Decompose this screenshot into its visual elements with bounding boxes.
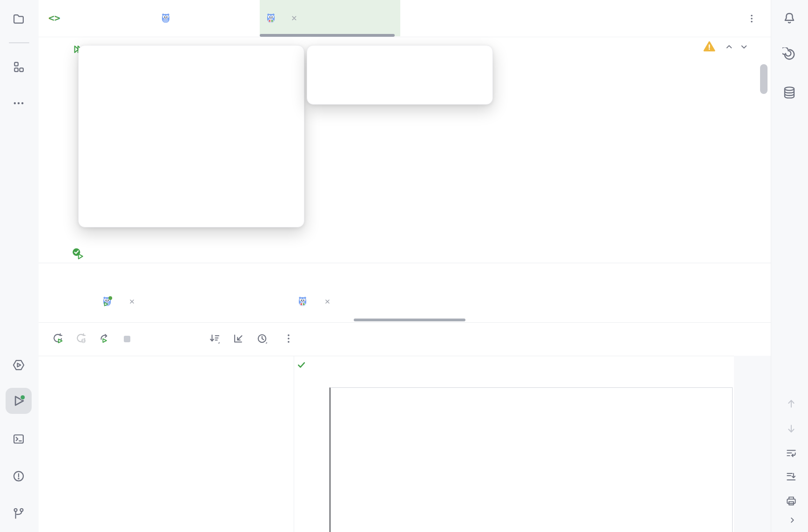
inspection-widget[interactable] [703, 41, 749, 52]
tab-main-go[interactable] [154, 0, 247, 36]
breadcrumb-bar [39, 263, 771, 286]
rail-divider [9, 42, 29, 43]
run-tool-window-button[interactable] [6, 388, 32, 414]
stop-icon [121, 333, 133, 345]
rerun-icon[interactable] [52, 332, 64, 345]
run-tab-go-test[interactable] [297, 285, 332, 318]
run-context-menu [78, 45, 304, 227]
next-problem-icon[interactable] [739, 41, 749, 52]
close-icon[interactable] [128, 297, 136, 306]
editor-scrollbar-thumb[interactable] [760, 64, 768, 94]
console-right-gutter [734, 356, 771, 532]
git-branch-icon[interactable] [12, 507, 25, 520]
run-tab-underline [354, 319, 465, 321]
sort-icon[interactable] [209, 332, 221, 345]
prev-problem-icon[interactable] [724, 41, 734, 52]
rerun-auto-icon[interactable] [99, 332, 111, 345]
file-tab-bar: <> [39, 0, 771, 37]
console-output[interactable] [330, 387, 733, 532]
more-tool-windows-icon[interactable] [12, 97, 25, 110]
warning-icon [703, 41, 715, 52]
navigate-with-single-click-icon[interactable] [232, 332, 244, 345]
tab-options-kebab-icon[interactable] [746, 13, 757, 24]
ai-assistant-icon[interactable] [782, 47, 796, 61]
more-options-kebab-icon[interactable] [283, 332, 295, 345]
rerun-failed-icon [75, 332, 87, 345]
run-tool-window [39, 285, 771, 532]
run-tab-go-build[interactable] [101, 285, 136, 318]
go-run-icon [101, 296, 113, 307]
run-icon [12, 394, 26, 408]
tab-main-test-go[interactable] [260, 0, 400, 36]
passed-check-icon [296, 359, 307, 370]
go-test-icon [297, 296, 308, 307]
close-icon[interactable] [290, 13, 299, 23]
structure-icon[interactable] [12, 60, 25, 73]
database-icon[interactable] [782, 86, 796, 100]
go-gopher-icon [160, 13, 171, 24]
print-icon[interactable] [785, 495, 797, 507]
tab-index-html[interactable]: <> [41, 0, 147, 36]
problems-icon[interactable] [12, 470, 25, 483]
up-icon[interactable] [785, 398, 797, 410]
expand-icon[interactable] [787, 515, 797, 525]
left-tool-rail [0, 0, 39, 532]
close-icon[interactable] [323, 297, 332, 306]
services-icon[interactable] [12, 359, 25, 372]
soft-wrap-icon[interactable] [785, 447, 797, 459]
html-tag-icon: <> [48, 13, 60, 24]
active-tab-underline [260, 34, 395, 37]
test-summary [296, 359, 316, 370]
down-icon[interactable] [785, 423, 797, 435]
test-passed-run-icon[interactable] [72, 247, 84, 260]
test-results-tree [39, 356, 294, 532]
go-test-icon [265, 13, 276, 24]
scroll-end-icon[interactable] [785, 471, 797, 483]
history-icon[interactable] [256, 332, 268, 345]
run-submenu [307, 45, 493, 105]
notifications-icon[interactable] [782, 11, 796, 25]
project-folder-icon[interactable] [12, 12, 25, 25]
terminal-icon[interactable] [12, 432, 25, 446]
